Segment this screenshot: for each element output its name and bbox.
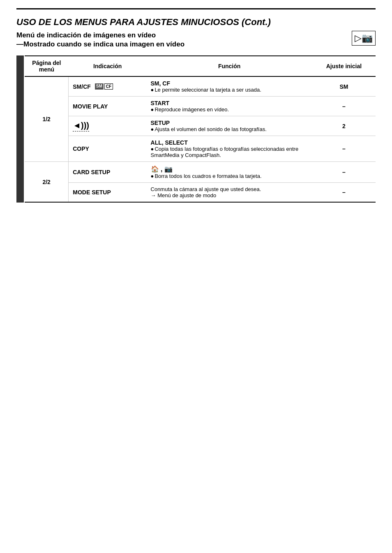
func-cell-smcf: SM, CF Le permite seleccionar la tarjeta… [147, 76, 312, 97]
indica-cell-copy: COPY [69, 136, 147, 162]
subtitle-line1: Menú de indicación de imágenes en vídeo [16, 31, 184, 40]
func-cell-volume: SETUP Ajusta el volumen del sonido de la… [147, 116, 312, 136]
ajuste-cell-volume: 2 [312, 116, 376, 136]
func-cell-modesetup: Conmuta la cámara al ajuste que usted de… [147, 183, 312, 203]
table-row: MODE SETUP Conmuta la cámara al ajuste q… [25, 183, 376, 203]
page-cell-1: 1/2 [25, 76, 69, 162]
th-page: Página del menú [25, 56, 69, 76]
bullet [151, 126, 155, 132]
card-icon-sm: 🏠 , 📷 [151, 166, 173, 173]
volume-icon: ◄))) [73, 121, 89, 130]
ajuste-cell-copy: – [312, 136, 376, 162]
indica-cell-volume: ◄))) [69, 116, 147, 136]
camera-icon: ▷📷 [352, 31, 376, 46]
volume-underline [73, 131, 89, 131]
func-body-smcf: Le permite seleccionar la tarjeta a ser … [151, 87, 308, 93]
subtitle-block: Menú de indicación de imágenes en vídeo … [16, 31, 376, 49]
subtitle-text: Menú de indicación de imágenes en vídeo … [16, 31, 184, 49]
bullet [151, 173, 155, 179]
copy-text: COPY [73, 145, 89, 152]
badge-cf: CF [104, 83, 113, 90]
table-row: 2/2 CARD SETUP 🏠 , 📷 Borra todos los cua… [25, 162, 376, 183]
bullet [151, 146, 155, 152]
modesetup-text: MODE SETUP [73, 189, 111, 196]
table-row: MOVIE PLAY START Reproduce imágenes en v… [25, 97, 376, 116]
func-body-movieplay: Reproduce imágenes en vídeo. [151, 106, 308, 113]
movieplay-text: MOVIE PLAY [73, 103, 108, 110]
th-indica: Indicación [69, 56, 147, 76]
indica-cell-smcf: SM/CF SM CF [69, 76, 147, 97]
func-title-cardsetup: 🏠 , 📷 [151, 165, 308, 173]
func-cell-cardsetup: 🏠 , 📷 Borra todos los cuadros e formatea… [147, 162, 312, 183]
indica-cell-cardsetup: CARD SETUP [69, 162, 147, 183]
func-body-cardsetup: Borra todos los cuadros e formatea la ta… [151, 173, 308, 179]
func-title-movieplay: START [151, 100, 308, 106]
func-cell-copy: ALL, SELECT Copia todas las fotografías … [147, 136, 312, 162]
page-cell-2: 2/2 [25, 162, 69, 203]
th-func: Función [147, 56, 312, 76]
table-row: ◄))) SETUP Ajusta el volumen del sonido … [25, 116, 376, 136]
func-body-modesetup: Conmuta la cámara al ajuste que usted de… [151, 186, 308, 198]
table-row: 1/2 SM/CF SM CF SM, CF Le permite selecc… [25, 76, 376, 97]
smcf-text: SM/CF [73, 83, 91, 90]
func-title-smcf: SM, CF [151, 80, 308, 87]
bullet [151, 106, 155, 113]
func-title-copy: ALL, SELECT [151, 139, 308, 146]
func-body-copy: Copia todas las fotografías o fotografía… [151, 146, 308, 158]
ajuste-cell-cardsetup: – [312, 162, 376, 183]
smcf-badge: SM CF [95, 83, 113, 90]
ajuste-cell-movieplay: – [312, 97, 376, 116]
indica-cell-movieplay: MOVIE PLAY [69, 97, 147, 116]
subtitle-line2: —Mostrado cuando se indica una imagen en… [16, 40, 184, 49]
bullet [151, 87, 155, 93]
table-row: COPY ALL, SELECT Copia todas las fotogra… [25, 136, 376, 162]
ajuste-cell-modesetup: – [312, 183, 376, 203]
smcf-label: SM/CF SM CF [73, 83, 142, 90]
indica-cell-modesetup: MODE SETUP [69, 183, 147, 203]
side-tab [16, 55, 24, 203]
table-container: Página del menú Indicación Función Ajust… [25, 55, 376, 203]
page-header [16, 8, 376, 13]
ajuste-cell-smcf: SM [312, 76, 376, 97]
cardsetup-text: CARD SETUP [73, 169, 110, 175]
main-title: USO DE LOS MENUS PARA AJUSTES MINUCIOSOS… [16, 17, 376, 28]
main-table: Página del menú Indicación Función Ajust… [25, 55, 376, 203]
func-title-volume: SETUP [151, 120, 308, 126]
func-cell-movieplay: START Reproduce imágenes en vídeo. [147, 97, 312, 116]
badge-sm: SM [95, 83, 104, 90]
th-ajuste: Ajuste inicial [312, 56, 376, 76]
func-body-volume: Ajusta el volumen del sonido de las foto… [151, 126, 308, 132]
